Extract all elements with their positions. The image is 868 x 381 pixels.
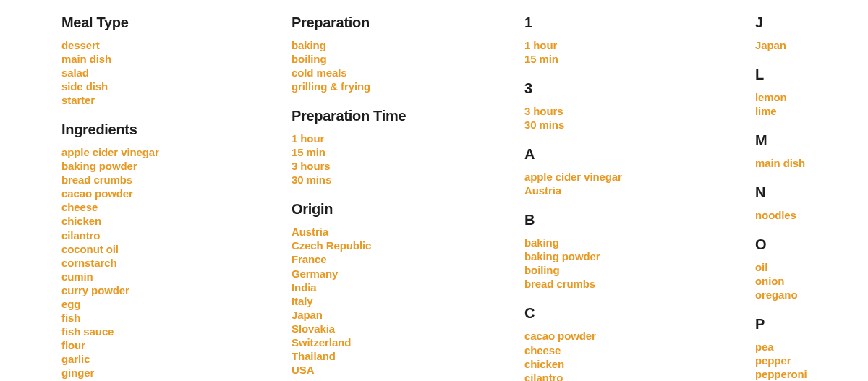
tag-link[interactable]: Italy <box>292 294 524 308</box>
group-heading: J <box>755 14 868 31</box>
tag-link[interactable]: egg <box>61 297 292 311</box>
tag-link[interactable]: 3 hours <box>524 104 755 118</box>
tag-link[interactable]: baking powder <box>61 159 292 173</box>
tag-list: oilonionoregano <box>755 260 868 301</box>
group-heading: B <box>524 212 755 228</box>
tag-link[interactable]: 30 mins <box>524 118 755 132</box>
group-heading: Preparation Time <box>292 108 524 124</box>
tag-group-1: 11 hour15 min <box>524 14 755 66</box>
tag-link[interactable]: starter <box>61 93 292 107</box>
tag-link[interactable]: curry powder <box>61 283 292 297</box>
tag-link[interactable]: lime <box>755 104 868 118</box>
tag-link[interactable]: boiling <box>524 263 755 277</box>
tag-list: main dish <box>755 156 868 170</box>
tag-link[interactable]: 1 hour <box>292 132 524 145</box>
tag-link[interactable]: cacao powder <box>61 187 292 200</box>
tag-link[interactable]: cilantro <box>61 228 292 242</box>
tag-link[interactable]: pepper <box>755 354 868 367</box>
tag-link[interactable]: Czech Republic <box>292 239 524 252</box>
tag-list: Japan <box>755 38 868 52</box>
tag-index-columns: Meal Typedessertmain dishsaladside dishs… <box>61 14 868 381</box>
tag-link[interactable]: baking <box>524 236 755 249</box>
tag-group-l: Llemonlime <box>755 67 868 118</box>
tag-link[interactable]: baking powder <box>524 249 755 263</box>
tag-link[interactable]: 15 min <box>524 52 755 66</box>
tag-group-3: 33 hours30 mins <box>524 80 755 132</box>
tag-link[interactable]: chicken <box>61 214 292 228</box>
tag-link[interactable]: 30 mins <box>292 173 524 187</box>
tag-group-n: Nnoodles <box>755 184 868 222</box>
tag-link[interactable]: bread crumbs <box>61 173 292 187</box>
group-heading: A <box>524 146 755 163</box>
tag-link[interactable]: 15 min <box>292 145 524 159</box>
tag-group-preparation-time: Preparation Time1 hour15 min3 hours30 mi… <box>292 108 524 187</box>
tag-link[interactable]: Austria <box>524 184 755 197</box>
tag-link[interactable]: garlic <box>61 352 292 366</box>
tag-link[interactable]: chicken <box>524 357 755 371</box>
tag-list: 1 hour15 min3 hours30 mins <box>292 132 524 187</box>
tag-link[interactable]: noodles <box>755 208 868 222</box>
tag-link[interactable]: Austria <box>292 225 524 239</box>
tag-link[interactable]: grilling & frying <box>292 80 524 93</box>
tag-link[interactable]: fish <box>61 311 292 325</box>
tag-list: lemonlime <box>755 90 868 118</box>
tag-link[interactable]: coconut oil <box>61 242 292 256</box>
tag-link[interactable]: pea <box>755 340 868 354</box>
tag-link[interactable]: oregano <box>755 288 868 301</box>
tag-link[interactable]: 1 hour <box>524 38 755 52</box>
tag-link[interactable]: Thailand <box>292 349 524 363</box>
tag-link[interactable]: France <box>292 252 524 266</box>
tag-list: bakingbaking powderboilingbread crumbs <box>524 236 755 291</box>
tag-link[interactable]: onion <box>755 274 868 288</box>
tag-list: AustriaCzech RepublicFranceGermanyIndiaI… <box>292 225 524 377</box>
tag-list: peapepperpepperoni <box>755 340 868 381</box>
tag-link[interactable]: main dish <box>755 156 868 170</box>
tag-link[interactable]: side dish <box>61 80 292 93</box>
tag-link[interactable]: cheese <box>524 343 755 357</box>
tag-link[interactable]: bread crumbs <box>524 277 755 291</box>
tag-link[interactable]: oil <box>755 260 868 274</box>
group-heading: L <box>755 67 868 83</box>
tag-link[interactable]: cacao powder <box>524 329 755 343</box>
group-heading: N <box>755 184 868 201</box>
group-heading: Ingredients <box>61 121 292 138</box>
tag-link[interactable]: fish sauce <box>61 325 292 338</box>
tag-link[interactable]: Japan <box>755 38 868 52</box>
tag-link[interactable]: cumin <box>61 270 292 283</box>
column-3: 11 hour15 min33 hours30 minsAapple cider… <box>524 14 755 381</box>
tag-list: 3 hours30 mins <box>524 104 755 132</box>
tag-group-c: Ccacao powdercheesechickencilantro <box>524 305 755 381</box>
tag-link[interactable]: baking <box>292 38 524 52</box>
tag-link[interactable]: Japan <box>292 308 524 322</box>
column-1: Meal Typedessertmain dishsaladside dishs… <box>61 14 292 381</box>
tag-link[interactable]: 3 hours <box>292 159 524 173</box>
tag-link[interactable]: boiling <box>292 52 524 66</box>
tag-link[interactable]: cold meals <box>292 66 524 80</box>
tag-list: apple cider vinegarbaking powderbread cr… <box>61 145 292 380</box>
tag-list: 1 hour15 min <box>524 38 755 66</box>
group-heading: 3 <box>524 80 755 97</box>
tag-link[interactable]: India <box>292 281 524 294</box>
tag-link[interactable]: main dish <box>61 52 292 66</box>
tag-link[interactable]: lemon <box>755 90 868 104</box>
tag-link[interactable]: apple cider vinegar <box>524 170 755 184</box>
tag-link[interactable]: salad <box>61 66 292 80</box>
tag-link[interactable]: cornstarch <box>61 256 292 270</box>
column-4: JJapanLlemonlimeMmain dishNnoodlesOoilon… <box>755 14 868 381</box>
tag-list: apple cider vinegarAustria <box>524 170 755 197</box>
tag-link[interactable]: ginger <box>61 366 292 380</box>
tag-link[interactable]: cheese <box>61 200 292 214</box>
tag-link[interactable]: pepperoni <box>755 367 868 381</box>
group-heading: O <box>755 236 868 253</box>
group-heading: P <box>755 316 868 333</box>
tag-link[interactable]: cilantro <box>524 371 755 381</box>
tag-link[interactable]: dessert <box>61 38 292 52</box>
tag-link[interactable]: flour <box>61 338 292 352</box>
tag-link[interactable]: USA <box>292 363 524 377</box>
tag-link[interactable]: apple cider vinegar <box>61 145 292 159</box>
tag-link[interactable]: Switzerland <box>292 335 524 349</box>
tag-link[interactable]: Slovakia <box>292 322 524 335</box>
group-heading: C <box>524 305 755 322</box>
tag-group-meal-type: Meal Typedessertmain dishsaladside dishs… <box>61 14 292 107</box>
tag-link[interactable]: Germany <box>292 267 524 281</box>
